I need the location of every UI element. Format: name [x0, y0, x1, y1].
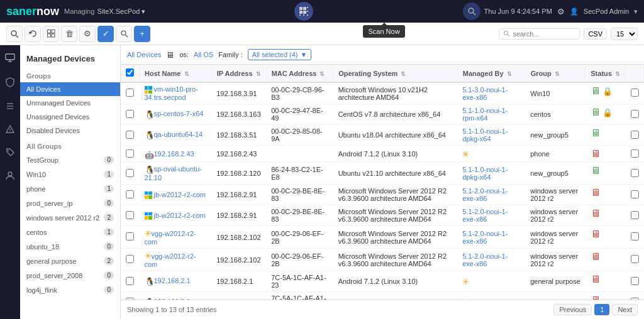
- row-checkbox[interactable]: [126, 131, 134, 139]
- select-cell[interactable]: [626, 104, 644, 125]
- next-page-button[interactable]: Next: [612, 304, 638, 315]
- host-link[interactable]: sp-centos-7-x64: [154, 110, 204, 117]
- select-cell[interactable]: [626, 146, 644, 163]
- search-input[interactable]: [513, 30, 575, 38]
- row-checkbox-cell[interactable]: [121, 146, 140, 163]
- host-link[interactable]: vgg-w2012-r2-com: [145, 252, 196, 268]
- select-checkbox[interactable]: [631, 149, 639, 158]
- select-checkbox[interactable]: [631, 110, 639, 118]
- select-checkbox[interactable]: [631, 277, 639, 285]
- managed-by-link[interactable]: 5.1-1.0-noui-1-dpkg-x64: [462, 127, 508, 143]
- nav-item-unassigned[interactable]: Unassigned Devices: [20, 110, 120, 124]
- select-checkbox[interactable]: [631, 190, 639, 198]
- nav-group-item[interactable]: log4j_flink0: [20, 283, 120, 297]
- row-checkbox[interactable]: [126, 232, 134, 241]
- add-button[interactable]: +: [134, 26, 150, 42]
- select-checkbox[interactable]: [631, 169, 639, 177]
- settings-tool-button[interactable]: ⚙: [79, 26, 96, 42]
- select-cell[interactable]: [626, 226, 644, 249]
- grid-view-button[interactable]: [43, 26, 59, 42]
- select-checkbox[interactable]: [631, 255, 639, 263]
- select-cell[interactable]: [626, 292, 644, 300]
- row-checkbox[interactable]: [126, 149, 134, 158]
- select-checkbox[interactable]: [631, 211, 639, 219]
- page-1-button[interactable]: 1: [594, 304, 609, 315]
- select-checkbox[interactable]: [631, 89, 639, 97]
- row-checkbox-cell[interactable]: [121, 292, 140, 300]
- row-checkbox[interactable]: [126, 190, 134, 198]
- sidebar-icon-shield[interactable]: [0, 75, 20, 92]
- page-size-select[interactable]: 15 25 50: [611, 28, 638, 40]
- export-csv-button[interactable]: CSV: [584, 28, 607, 40]
- managed-by-link[interactable]: 5.1-1.0-noui-1-dpkg-x64: [462, 166, 508, 181]
- select-cell[interactable]: [626, 185, 644, 205]
- row-checkbox-cell[interactable]: [121, 226, 140, 249]
- settings-button[interactable]: ⚙: [557, 7, 565, 16]
- row-checkbox[interactable]: [126, 110, 134, 118]
- host-link[interactable]: 192.168.2.43: [154, 150, 194, 158]
- refresh-tool-button[interactable]: [25, 26, 41, 42]
- nav-group-item[interactable]: general purpose2: [20, 254, 120, 268]
- nav-group-item[interactable]: ubuntu_180: [20, 239, 120, 254]
- sidebar-icon-alert[interactable]: [0, 122, 20, 138]
- managed-by-link[interactable]: 5.1-2.0-noui-1-exe-x86: [462, 187, 508, 202]
- nav-group-item[interactable]: Win101: [20, 167, 120, 181]
- family-dropdown[interactable]: All selected (4) ▼: [248, 49, 312, 60]
- os-value-link[interactable]: All OS: [194, 51, 213, 58]
- nav-group-item[interactable]: centos1: [20, 225, 120, 239]
- select-checkbox[interactable]: [631, 131, 639, 139]
- delete-button[interactable]: 🗑: [61, 26, 77, 42]
- row-checkbox-cell[interactable]: [121, 104, 140, 125]
- row-checkbox[interactable]: [126, 277, 134, 285]
- scan-tool-button[interactable]: [6, 26, 23, 42]
- nav-item-unmanaged[interactable]: Unmanaged Devices: [20, 96, 120, 110]
- select-cell[interactable]: [626, 249, 644, 271]
- row-checkbox[interactable]: [126, 211, 134, 219]
- managed-by-link[interactable]: 5.1-2.0-noui-1-exe-x86: [462, 230, 508, 245]
- sidebar-icon-monitor[interactable]: [0, 50, 20, 67]
- scan-icon-button[interactable]: [463, 3, 480, 20]
- select-cell[interactable]: [626, 82, 644, 104]
- row-checkbox-cell[interactable]: [121, 249, 140, 271]
- row-checkbox[interactable]: [126, 255, 134, 263]
- select-checkbox[interactable]: [631, 232, 639, 241]
- all-devices-link[interactable]: All Devices: [127, 51, 161, 58]
- nav-group-item[interactable]: phone1: [20, 181, 120, 196]
- managed-by-link[interactable]: 5.1-1.0-noui-1-rpm-x64: [462, 107, 508, 122]
- search-tool-button[interactable]: [116, 26, 132, 42]
- check-tool-button[interactable]: ✓: [97, 26, 114, 42]
- row-checkbox[interactable]: [126, 169, 134, 177]
- nav-group-item[interactable]: prod_server_ip0: [20, 196, 120, 210]
- row-checkbox[interactable]: [126, 89, 134, 97]
- grid-menu-button[interactable]: [294, 2, 313, 21]
- row-checkbox-cell[interactable]: [121, 271, 140, 292]
- host-link[interactable]: qa-ubuntu64-14: [154, 131, 203, 138]
- nav-item-all-devices[interactable]: All Devices: [20, 82, 120, 96]
- nav-item-disabled[interactable]: Disabled Devices: [20, 124, 120, 138]
- host-link[interactable]: vm-win10-pro-34.trs.secpod: [145, 85, 198, 101]
- row-checkbox-cell[interactable]: [121, 163, 140, 185]
- nav-group-item[interactable]: windows server 2012 r22: [20, 210, 120, 225]
- sidebar-icon-list[interactable]: [0, 99, 20, 115]
- host-link[interactable]: jb-w2012-r2-com: [154, 212, 206, 219]
- row-checkbox-cell[interactable]: [121, 82, 140, 104]
- sidebar-icon-tag[interactable]: [0, 146, 20, 161]
- select-cell[interactable]: [626, 271, 644, 292]
- select-cell[interactable]: [626, 205, 644, 226]
- managed-by-link[interactable]: 5.1-2.0-noui-1-exe-x86: [462, 252, 508, 268]
- host-link[interactable]: 192.168.2.1: [154, 277, 191, 284]
- nav-group-item[interactable]: prod_server_20080: [20, 268, 120, 283]
- row-checkbox-cell[interactable]: [121, 185, 140, 205]
- previous-page-button[interactable]: Previous: [553, 304, 592, 315]
- managed-by-link[interactable]: 5.1-2.0-noui-1-exe-x86: [462, 208, 508, 223]
- host-link[interactable]: jb-w2012-r2-com: [154, 191, 206, 198]
- row-checkbox-cell[interactable]: [121, 125, 140, 146]
- nav-group-item[interactable]: TestGroup0: [20, 153, 120, 167]
- user-dropdown-icon[interactable]: ▾: [634, 8, 638, 16]
- select-cell[interactable]: [626, 163, 644, 185]
- select-all-header[interactable]: [121, 65, 140, 82]
- host-link[interactable]: vgg-w2012-r2-com: [145, 230, 196, 246]
- row-checkbox-cell[interactable]: [121, 205, 140, 226]
- sidebar-icon-user[interactable]: [0, 169, 20, 185]
- site-selector[interactable]: SiteX.SecPod ▾: [97, 8, 145, 16]
